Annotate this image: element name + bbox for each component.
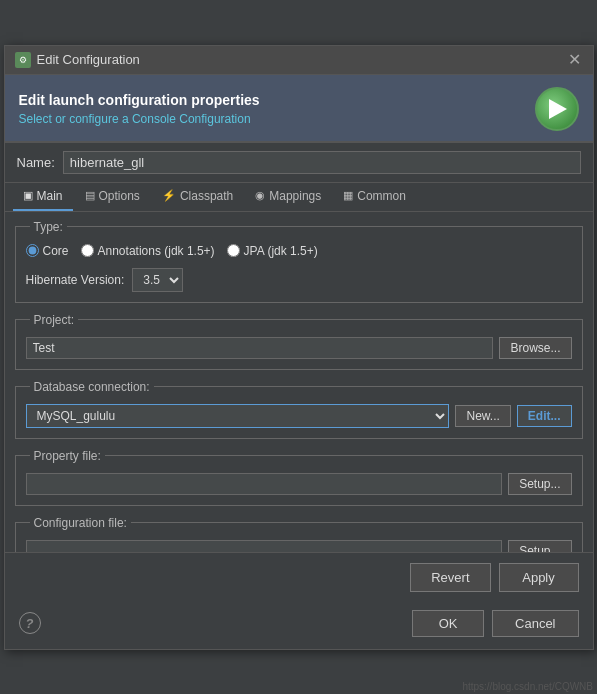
header-subtitle: Select or configure a Console Configurat…	[19, 112, 260, 126]
tab-mappings-label: Mappings	[269, 189, 321, 203]
type-radio-group: Core Annotations (jdk 1.5+) JPA (jdk 1.5…	[26, 240, 572, 262]
tab-classpath[interactable]: ⚡ Classpath	[152, 183, 243, 211]
project-input[interactable]	[26, 337, 494, 359]
db-row: MySQL_gululu Other Connection New... Edi…	[26, 404, 572, 428]
play-icon	[535, 87, 579, 131]
tab-main-label: Main	[37, 189, 63, 203]
new-button[interactable]: New...	[455, 405, 510, 427]
ok-cancel-row: ? https://blog.csdn.net/CQWNB OK Cancel	[5, 602, 593, 649]
close-button[interactable]: ✕	[566, 52, 583, 68]
property-setup-button[interactable]: Setup...	[508, 473, 571, 495]
property-row: Setup...	[26, 473, 572, 495]
header-text: Edit launch configuration properties Sel…	[19, 92, 260, 126]
tab-common[interactable]: ▦ Common	[333, 183, 416, 211]
header-title: Edit launch configuration properties	[19, 92, 260, 108]
content-area: Type: Core Annotations (jdk 1.5+) JPA (j…	[5, 212, 593, 552]
watermark: https://blog.csdn.net/CQWNB	[462, 681, 593, 692]
name-row: Name:	[5, 143, 593, 183]
version-label: Hibernate Version:	[26, 273, 125, 287]
edit-button[interactable]: Edit...	[517, 405, 572, 427]
ok-button[interactable]: OK	[412, 610, 484, 637]
tab-classpath-label: Classpath	[180, 189, 233, 203]
options-tab-icon: ▤	[85, 189, 95, 202]
common-tab-icon: ▦	[343, 189, 353, 202]
config-setup-button[interactable]: Setup...	[508, 540, 571, 552]
db-legend: Database connection:	[30, 380, 154, 394]
edit-configuration-dialog: ⚙ Edit Configuration ✕ Edit launch confi…	[4, 45, 594, 650]
radio-jpa-label: JPA (jdk 1.5+)	[244, 244, 318, 258]
tab-options-label: Options	[99, 189, 140, 203]
revert-button[interactable]: Revert	[410, 563, 490, 592]
type-legend: Type:	[30, 220, 67, 234]
tab-mappings[interactable]: ◉ Mappings	[245, 183, 331, 211]
config-input[interactable]	[26, 540, 503, 552]
name-input[interactable]	[63, 151, 581, 174]
classpath-tab-icon: ⚡	[162, 189, 176, 202]
play-triangle	[549, 99, 567, 119]
name-label: Name:	[17, 155, 55, 170]
dialog-title: Edit Configuration	[37, 52, 140, 67]
radio-annotations[interactable]: Annotations (jdk 1.5+)	[81, 244, 215, 258]
tabs-row: ▣ Main ▤ Options ⚡ Classpath ◉ Mappings …	[5, 183, 593, 212]
property-legend: Property file:	[30, 449, 105, 463]
radio-jpa-input[interactable]	[227, 244, 240, 257]
db-select[interactable]: MySQL_gululu Other Connection	[26, 404, 450, 428]
radio-core[interactable]: Core	[26, 244, 69, 258]
type-fieldset: Type: Core Annotations (jdk 1.5+) JPA (j…	[15, 220, 583, 303]
tab-common-label: Common	[357, 189, 406, 203]
browse-button[interactable]: Browse...	[499, 337, 571, 359]
version-row: Hibernate Version: 3.5 4.0 5.0 5.4 6.0	[26, 268, 572, 292]
tab-options[interactable]: ▤ Options	[75, 183, 150, 211]
property-fieldset: Property file: Setup...	[15, 449, 583, 506]
apply-button[interactable]: Apply	[499, 563, 579, 592]
radio-jpa[interactable]: JPA (jdk 1.5+)	[227, 244, 318, 258]
cancel-button[interactable]: Cancel	[492, 610, 578, 637]
db-fieldset: Database connection: MySQL_gululu Other …	[15, 380, 583, 439]
main-tab-icon: ▣	[23, 189, 33, 202]
radio-annotations-label: Annotations (jdk 1.5+)	[98, 244, 215, 258]
config-legend: Configuration file:	[30, 516, 131, 530]
radio-core-label: Core	[43, 244, 69, 258]
mappings-tab-icon: ◉	[255, 189, 265, 202]
property-input[interactable]	[26, 473, 503, 495]
help-icon[interactable]: ?	[19, 612, 41, 634]
title-bar: ⚙ Edit Configuration ✕	[5, 46, 593, 75]
radio-core-input[interactable]	[26, 244, 39, 257]
title-bar-left: ⚙ Edit Configuration	[15, 52, 140, 68]
project-row: Browse...	[26, 337, 572, 359]
bottom-buttons: Revert Apply	[5, 552, 593, 602]
config-row: Setup...	[26, 540, 572, 552]
tab-main[interactable]: ▣ Main	[13, 183, 73, 211]
project-fieldset: Project: Browse...	[15, 313, 583, 370]
config-fieldset: Configuration file: Setup...	[15, 516, 583, 552]
dialog-icon: ⚙	[15, 52, 31, 68]
header-section: Edit launch configuration properties Sel…	[5, 75, 593, 143]
radio-annotations-input[interactable]	[81, 244, 94, 257]
version-select[interactable]: 3.5 4.0 5.0 5.4 6.0	[132, 268, 183, 292]
project-legend: Project:	[30, 313, 79, 327]
